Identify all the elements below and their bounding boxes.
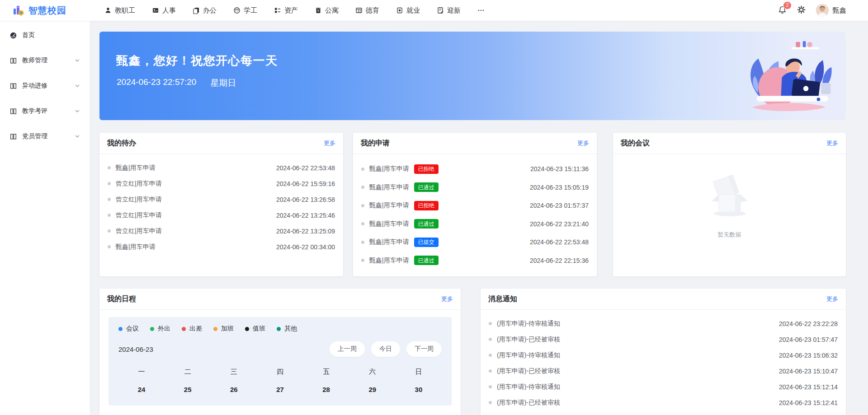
todo-item[interactable]: 曾立红|用车申请 2024-06-22 13:26:58 xyxy=(108,191,335,207)
date-cell[interactable]: 28 xyxy=(303,386,349,393)
notice-item[interactable]: (用车申请)-已经被审核 2024-06-23 15:10:47 xyxy=(489,363,838,379)
meeting-more-link[interactable]: 更多 xyxy=(826,139,838,147)
apply-item[interactable]: 甄鑫|用车申请 已通过 2024-06-23 15:05:19 xyxy=(361,178,589,197)
week-nav-button[interactable]: 上一周 xyxy=(330,341,365,357)
sidebar-item-icon xyxy=(9,133,17,140)
meeting-empty-state: 暂无数据 xyxy=(613,154,846,239)
date-cell[interactable]: 26 xyxy=(211,386,257,393)
apply-item[interactable]: 甄鑫|用车申请 已通过 2024-06-22 23:21:40 xyxy=(361,215,589,233)
ellipsis-icon xyxy=(477,7,485,14)
sidebar-item[interactable]: 首页 xyxy=(0,23,90,48)
legend-label: 值班 xyxy=(253,325,265,333)
apply-item-time: 2024-06-23 15:11:36 xyxy=(530,165,589,173)
top-menu-item[interactable]: 办公 xyxy=(193,6,217,15)
bullet-dot-icon xyxy=(489,385,492,388)
notice-item[interactable]: (用车申请)-已经被审核 2024-06-23 01:57:47 xyxy=(489,331,838,347)
weekday-cell[interactable]: 六 xyxy=(349,368,396,376)
date-cell[interactable]: 29 xyxy=(349,386,396,393)
notice-item[interactable]: (用车申请)-待审核通知 2024-06-23 15:06:32 xyxy=(489,347,838,363)
notice-more-link[interactable]: 更多 xyxy=(826,295,838,303)
bullet-dot-icon xyxy=(108,182,111,185)
banner-weekday-text: 星期日 xyxy=(210,77,236,89)
sidebar-item-label: 异动进修 xyxy=(22,82,47,90)
settings-button[interactable] xyxy=(797,5,806,16)
legend-label: 外出 xyxy=(158,325,170,333)
weekday-cell[interactable]: 四 xyxy=(257,368,303,376)
notice-item-time: 2024-06-22 23:22:28 xyxy=(779,320,838,327)
top-menu-item-icon xyxy=(315,7,322,14)
status-badge: 已拒绝 xyxy=(414,201,439,210)
notification-badge: 2 xyxy=(783,1,792,9)
bullet-dot-icon xyxy=(361,186,364,189)
sidebar-item[interactable]: 党员管理 xyxy=(0,124,90,149)
date-cell[interactable]: 27 xyxy=(257,386,303,393)
empty-text: 暂无数据 xyxy=(718,231,741,239)
todo-item[interactable]: 曾立红|用车申请 2024-06-22 13:25:09 xyxy=(108,223,335,239)
bullet-dot-icon xyxy=(489,338,492,341)
todo-item[interactable]: 甄鑫|用车申请 2024-06-22 22:53:48 xyxy=(108,160,335,176)
todo-item[interactable]: 曾立红|用车申请 2024-06-22 13:25:46 xyxy=(108,207,335,223)
weekday-cell[interactable]: 五 xyxy=(303,368,349,376)
todo-more-link[interactable]: 更多 xyxy=(324,139,335,147)
notification-bell[interactable]: 2 xyxy=(778,5,787,16)
meeting-card-title: 我的会议 xyxy=(621,139,650,148)
weekday-cell[interactable]: 一 xyxy=(118,368,165,376)
legend-item: 加班 xyxy=(213,325,234,333)
date-cell[interactable]: 25 xyxy=(165,386,211,393)
apply-item[interactable]: 甄鑫|用车申请 已提交 2024-06-22 22:53:48 xyxy=(361,233,589,252)
week-nav-button[interactable]: 今日 xyxy=(371,341,400,357)
top-menu-more[interactable] xyxy=(477,7,485,14)
banner-datetime: 2024-06-23 22:57:20 星期日 xyxy=(117,77,236,89)
top-menu-item[interactable]: 德育 xyxy=(355,6,379,15)
greeting-text: 甄鑫，您好！祝您开心每一天 xyxy=(116,53,278,69)
notice-item[interactable]: (用车申请)-待审核通知 2024-06-23 15:12:14 xyxy=(489,379,838,395)
apply-item-time: 2024-06-22 22:53:48 xyxy=(530,238,589,246)
user-menu[interactable]: 甄鑫 xyxy=(816,4,846,17)
todo-item-text: 曾立红|用车申请 xyxy=(116,227,162,235)
top-menu-item[interactable]: 就业 xyxy=(396,6,420,15)
weekday-cell[interactable]: 二 xyxy=(165,368,211,376)
sidebar-item[interactable]: 异动进修 xyxy=(0,73,90,98)
top-menu-item[interactable]: 人事 xyxy=(152,6,176,15)
schedule-more-link[interactable]: 更多 xyxy=(441,295,453,303)
weekday-cell[interactable]: 日 xyxy=(396,368,442,376)
top-menu-item[interactable]: 公寓 xyxy=(315,6,339,15)
main-content: 甄鑫，您好！祝您开心每一天 2024-06-23 22:57:20 星期日 xyxy=(90,21,868,415)
schedule-controls: 2024-06-23 上一周 今日 下一周 xyxy=(118,341,442,357)
top-menu-item[interactable]: 迎新 xyxy=(437,6,461,15)
chevron-down-icon xyxy=(75,108,80,114)
top-menu-item-label: 迎新 xyxy=(447,6,461,15)
apply-more-link[interactable]: 更多 xyxy=(577,139,589,147)
top-menu-item-icon xyxy=(152,7,159,14)
week-nav-button[interactable]: 下一周 xyxy=(406,341,442,357)
notice-card: 消息通知 更多 (用车申请)-待审核通知 2024-06-22 23:22:28… xyxy=(481,289,846,415)
notice-item[interactable]: (用车申请)-已经被审核 2024-06-23 15:12:41 xyxy=(489,395,838,410)
date-cell[interactable]: 24 xyxy=(118,386,165,393)
date-row: 24 25 26 27 28 29 30 xyxy=(118,386,442,393)
notice-item-time: 2024-06-23 15:10:47 xyxy=(779,368,838,375)
todo-item[interactable]: 曾立红|用车申请 2024-06-22 15:59:16 xyxy=(108,176,335,191)
apply-item-time: 2024-06-22 23:21:40 xyxy=(530,220,589,228)
top-menu-item[interactable]: 学工 xyxy=(233,6,257,15)
weekday-cell[interactable]: 三 xyxy=(211,368,257,376)
apply-item[interactable]: 甄鑫|用车申请 已拒绝 2024-06-23 15:11:36 xyxy=(361,160,589,178)
apply-item[interactable]: 甄鑫|用车申请 已通过 2024-06-22 22:15:36 xyxy=(361,252,589,270)
apply-card: 我的申请 更多 甄鑫|用车申请 已拒绝 2024-06-23 15:11:36 … xyxy=(353,133,597,276)
sidebar-item[interactable]: 教学考评 xyxy=(0,98,90,124)
schedule-panel: 会议 外出 出差 xyxy=(108,317,452,406)
todo-item-text: 曾立红|用车申请 xyxy=(116,211,162,219)
date-cell[interactable]: 30 xyxy=(396,386,442,393)
sidebar-item[interactable]: 教师管理 xyxy=(0,48,90,73)
top-menu-item[interactable]: 资产 xyxy=(274,6,298,15)
bullet-dot-icon xyxy=(108,245,111,248)
legend-dot-icon xyxy=(182,327,186,331)
chevron-down-icon xyxy=(75,134,80,139)
todo-item[interactable]: 甄鑫|用车申请 2024-06-22 00:34:00 xyxy=(108,239,335,255)
notice-item-text: (用车申请)-待审核通知 xyxy=(497,383,560,391)
notice-item[interactable]: (用车申请)-待审核通知 2024-06-22 23:22:28 xyxy=(489,316,838,331)
status-badge: 已通过 xyxy=(414,182,439,192)
top-menu-item[interactable]: 教职工 xyxy=(104,6,135,15)
apply-item[interactable]: 甄鑫|用车申请 已拒绝 2024-06-23 01:57:37 xyxy=(361,196,589,215)
brand[interactable]: 智慧校园 xyxy=(0,5,90,17)
todo-item-time: 2024-06-22 15:59:16 xyxy=(276,180,335,187)
